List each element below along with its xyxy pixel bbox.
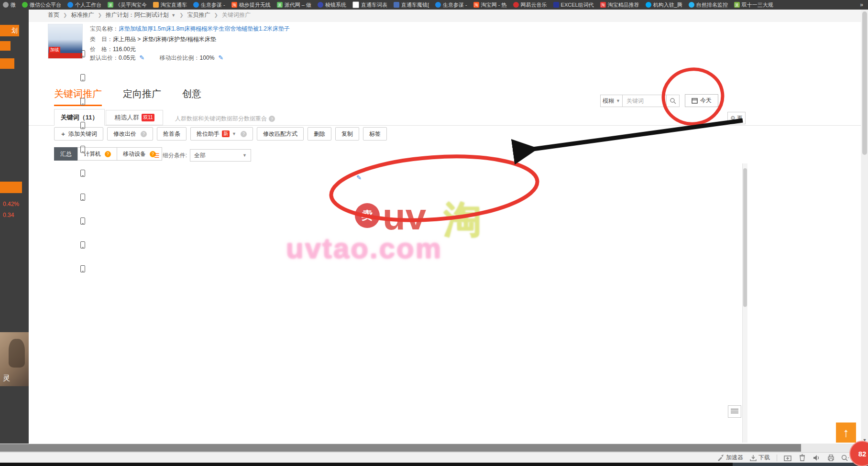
mobile-ratio-value: 100% (200, 54, 215, 61)
phone-icon (80, 265, 85, 272)
fuzzy-dropdown[interactable]: 模糊▼ (600, 95, 623, 107)
main-tab-item[interactable]: 定向推广 (123, 87, 161, 106)
chevron-down-icon: ▼ (232, 131, 236, 136)
bookmark-label: 棱镜系统 (325, 1, 346, 9)
bookmark-item[interactable]: 派派代网 – 做 (277, 1, 311, 9)
sidebar-metric-1: 0.42% (3, 201, 19, 207)
toolbar-button-label: 复制 (341, 130, 353, 138)
taskbar-segment (733, 463, 868, 466)
feedback-widget[interactable] (728, 405, 741, 418)
toolbar-button[interactable]: 标签 (363, 127, 387, 141)
breadcrumb-item[interactable]: 标准推广 (71, 11, 94, 19)
sidebar-item-2[interactable] (0, 41, 11, 51)
main-tab-item[interactable]: 创意 (182, 87, 201, 106)
help-icon[interactable]: ? (141, 131, 147, 137)
product-image-badge: 加绒 (49, 47, 60, 53)
gear-icon: ⚙ (730, 115, 736, 121)
bookmark-item[interactable]: EXCEL组词代 (553, 1, 594, 9)
bookmark-favicon (435, 2, 441, 8)
bookmark-item[interactable]: 直通车魔镜[ (394, 1, 429, 9)
product-name-link[interactable]: 床垫加绒加厚1.5m床1.8m床褥榻榻米学生宿舍地铺垫被1.2米床垫子 (119, 25, 290, 32)
bookmark-favicon (553, 2, 559, 8)
edit-default-bid-icon[interactable]: ✎ (139, 54, 144, 61)
bookmark-favicon (318, 2, 323, 8)
bookmark-item[interactable]: 棱镜系统 (318, 1, 346, 9)
date-range-today-button[interactable]: 今天 (685, 94, 718, 107)
toolbar-button[interactable]: 删除 (308, 127, 331, 141)
bookmark-favicon: 淘 (473, 2, 479, 8)
bookmark-item[interactable]: 微信公众平台 (22, 1, 61, 9)
bookmark-item[interactable]: 机构入驻_腾 (646, 1, 682, 9)
help-icon[interactable]: ? (241, 131, 247, 137)
bookmark-item[interactable]: 淘淘宝网 - 热 (473, 1, 507, 9)
edit-mobile-ratio-icon[interactable]: ✎ (218, 54, 223, 61)
tab-keywords[interactable]: 关键词（11） (54, 109, 105, 126)
toolbar-button[interactable]: 抢位助手新▼? (190, 127, 253, 141)
more-label: 更 (737, 114, 743, 122)
toolbar-button[interactable]: 抢首条 (157, 127, 187, 141)
bookmark-label: 直通车词表 (361, 1, 387, 9)
search-button[interactable] (666, 95, 680, 107)
bookmark-favicon: 派 (108, 2, 113, 8)
toolbar-button[interactable]: 复制 (335, 127, 359, 141)
sidebar-item-highlight[interactable] (0, 182, 22, 193)
sidebar-item-3[interactable] (0, 58, 14, 69)
bookmark-item[interactable]: 淘稳步提升无线 (231, 1, 271, 9)
bookmark-favicon: 派 (734, 2, 740, 8)
bookmark-item[interactable]: 生意参谋 - (193, 1, 225, 9)
main-tab-active[interactable]: 关键词推广 (54, 87, 102, 106)
taskbar[interactable] (0, 463, 868, 466)
toolbar-button[interactable]: 修改匹配方式 (257, 127, 304, 141)
bookmark-item[interactable]: 派《吴平淘宝今 (108, 1, 147, 9)
help-icon[interactable]: ? (105, 151, 111, 157)
medkit-button[interactable] (784, 454, 791, 462)
bookmarks-overflow-icon[interactable]: » (860, 1, 863, 8)
chevron-down-icon[interactable]: ▼ (170, 13, 176, 18)
fuzzy-label: 模糊 (603, 97, 614, 105)
download-button[interactable]: 下载 (750, 454, 770, 462)
plus-icon: ＋ (60, 130, 66, 138)
breadcrumb-item[interactable]: 宝贝推广 (187, 11, 210, 19)
bookmark-item[interactable]: 网易云音乐 (513, 1, 547, 9)
edit-smart-bid-icon[interactable]: ✎ (356, 174, 362, 181)
back-to-top-button[interactable]: ↑ (836, 423, 856, 443)
bookmark-item[interactable]: 淘宝直通车 (153, 1, 187, 9)
breadcrumb-item[interactable]: 首页 (48, 11, 59, 19)
horizontal-scrollbar-thumb[interactable] (0, 444, 801, 452)
bookmark-label: 直通车魔镜[ (401, 1, 429, 9)
keyword-search-input[interactable]: 关键词 (622, 95, 667, 107)
device-tab-summary[interactable]: 汇总 (54, 147, 78, 161)
bookmark-item[interactable]: 派双十一三大规 (734, 1, 773, 9)
browser-vscroll-thumb[interactable] (862, 11, 867, 155)
bookmark-item[interactable]: 个人工作台 (67, 1, 101, 9)
breadcrumb-item[interactable]: 推广计划：阿仁测试计划 ▼ (106, 11, 176, 19)
bookmark-item[interactable]: 自然排名监控 (689, 1, 728, 9)
bookmark-item[interactable]: 直通车词表 (352, 1, 387, 9)
printer-button[interactable] (827, 454, 835, 462)
bookmark-favicon (153, 2, 159, 8)
main-tabs: 关键词推广定向推广创意 (54, 87, 201, 106)
bookmark-item[interactable]: 生意参谋 - (435, 1, 467, 9)
toolbar-button[interactable]: 修改出价? (107, 127, 153, 141)
table-scrollbar-thumb[interactable] (743, 168, 747, 307)
filter-select[interactable]: 全部 ▼ (190, 149, 251, 162)
bookmark-item[interactable]: 微 (3, 1, 16, 9)
help-icon[interactable]: ? (269, 116, 275, 122)
tab-crowd[interactable]: 精选人群 双11 (106, 110, 163, 125)
breadcrumb-separator-icon: ❯ (98, 12, 101, 18)
chevron-down-icon: ▼ (242, 153, 247, 158)
trash-button[interactable] (798, 454, 806, 462)
product-image[interactable]: 加绒 (48, 24, 83, 59)
sidebar-item-plan[interactable]: 划 (0, 25, 19, 36)
accelerator-button[interactable]: 加速器 (717, 454, 743, 462)
product-image-banner (48, 53, 82, 58)
bookmark-item[interactable]: 淘淘宝精品推荐 (600, 1, 639, 9)
toolbar-button[interactable]: ＋添加关键词 (54, 127, 103, 141)
calendar-icon (692, 98, 698, 104)
column-settings-button[interactable]: ⚙更 (727, 112, 746, 124)
subtab-note: 人群数据和关键词数据部分数据重合? (175, 115, 275, 123)
bookmark-label: 淘宝网 - 热 (481, 1, 507, 9)
zoom-button[interactable] (841, 454, 849, 462)
speaker-button[interactable] (813, 454, 820, 462)
phone-icon (80, 217, 85, 225)
